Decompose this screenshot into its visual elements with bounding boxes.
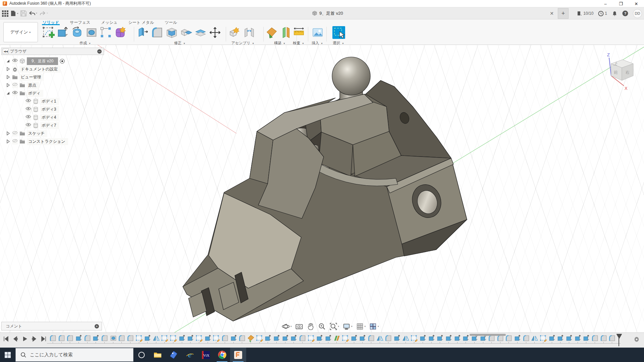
timeline-settings-gear-icon[interactable] — [633, 336, 640, 342]
timeline-feature-extrude[interactable] — [178, 335, 186, 342]
timeline-feature-sketch[interactable] — [540, 335, 547, 342]
viewtool-grid-settings[interactable]: ▾ — [356, 322, 366, 330]
undo-icon[interactable] — [29, 10, 37, 16]
activate-radio-icon[interactable] — [60, 59, 65, 64]
view-cube[interactable]: Z X 上 前 右 — [594, 47, 641, 94]
timeline-feature-extrude[interactable] — [445, 335, 452, 342]
eye-off-icon[interactable] — [12, 139, 18, 144]
timeline-go-start-button[interactable] — [3, 336, 9, 344]
document-tab[interactable]: 9、足首 v20 — [312, 7, 343, 19]
timeline-step-forward-button[interactable] — [31, 336, 38, 344]
file-menu-icon[interactable] — [10, 10, 18, 16]
comment-box[interactable]: コメント + — [1, 322, 102, 330]
timeline-feature-mirror[interactable] — [376, 335, 384, 342]
ribbon-tool-construction-axis[interactable] — [280, 26, 292, 39]
timeline-feature-extrude[interactable] — [566, 335, 573, 342]
timeline-playhead[interactable] — [616, 334, 622, 348]
timeline-feature-extrude[interactable] — [316, 335, 323, 342]
timeline-feature-extrude[interactable] — [359, 335, 366, 342]
tree-label[interactable]: ドキュメントの設定 — [19, 66, 60, 73]
ribbon-tool-insert-image[interactable] — [311, 26, 324, 39]
viewport-3d[interactable]: Z X 上 前 右 ◀◀ ブラウザ – 9、足首 v20ドキュメントの設定ビュー… — [0, 45, 644, 333]
help-icon[interactable]: ? — [622, 10, 628, 16]
timeline-feature-extrude[interactable] — [574, 335, 582, 342]
timeline-feature-extrude[interactable] — [144, 335, 151, 342]
timeline-feature-extrude[interactable] — [428, 335, 435, 342]
avatar[interactable]: DD — [633, 9, 642, 18]
viewtool-viewports[interactable]: ▾ — [369, 322, 379, 330]
viewtool-look-at[interactable] — [295, 322, 303, 330]
viewtool-display-settings[interactable]: ▾ — [342, 322, 353, 330]
timeline-feature-fillet[interactable] — [368, 335, 375, 342]
minimize-button[interactable]: – — [598, 0, 613, 7]
timeline-feature-extrude[interactable] — [462, 335, 470, 342]
clock-status[interactable]: 1 — [598, 11, 607, 16]
timeline-feature-sketch[interactable] — [342, 335, 349, 342]
taskbar-app-explorer[interactable] — [150, 348, 166, 362]
expander-closed-icon[interactable] — [6, 67, 10, 71]
ribbon-tool-split[interactable] — [194, 26, 207, 39]
timeline-feature-extrude[interactable] — [75, 335, 83, 342]
tree-label[interactable]: ボディ7 — [40, 122, 59, 129]
job-status[interactable]: 10/10 — [577, 11, 593, 16]
timeline-feature-fillet[interactable] — [221, 335, 229, 342]
timeline-feature-extrude[interactable] — [230, 335, 237, 342]
tree-label[interactable]: 原点 — [27, 82, 39, 89]
eye-off-icon[interactable] — [12, 82, 18, 88]
timeline-feature-fillet[interactable] — [101, 335, 108, 342]
timeline-feature-sketch[interactable] — [256, 335, 263, 342]
taskbar-app-chrome[interactable] — [214, 348, 230, 362]
eye-icon[interactable] — [12, 90, 18, 96]
eye-icon[interactable] — [12, 58, 18, 64]
ribbon-tool-fillet[interactable] — [151, 26, 164, 39]
tree-label[interactable]: ボディ4 — [40, 114, 59, 121]
tree-label[interactable]: 9、足首 v20 — [27, 57, 58, 65]
tree-row[interactable]: ボディ4 — [1, 113, 104, 121]
tree-row[interactable]: 原点 — [1, 81, 104, 89]
ribbon-tool-select[interactable] — [332, 26, 345, 39]
eye-icon[interactable] — [25, 107, 31, 112]
timeline-play-button[interactable] — [21, 336, 28, 344]
taskbar-app-tag-app[interactable] — [166, 348, 182, 362]
browser-minimize-icon[interactable]: – — [97, 49, 102, 54]
ribbon-tool-shell[interactable] — [165, 26, 178, 39]
timeline-feature-hole[interactable] — [110, 335, 117, 342]
tree-label[interactable]: ボディ1 — [40, 98, 59, 105]
ribbon-tool-hole[interactable] — [85, 26, 98, 39]
timeline-feature-extrude[interactable] — [351, 335, 358, 342]
ribbon-tool-revolve[interactable] — [71, 26, 84, 39]
tree-row[interactable]: ボディ3 — [1, 105, 104, 113]
ribbon-tool-form[interactable] — [114, 26, 127, 39]
timeline-feature-extrude[interactable] — [290, 335, 298, 342]
timeline-feature-extrude[interactable] — [264, 335, 272, 342]
timeline-feature-sketch[interactable] — [213, 335, 220, 342]
expander-open-icon[interactable] — [6, 59, 10, 63]
taskbar-app-ie[interactable]: e — [182, 348, 198, 362]
ribbon-tool-extrude[interactable] — [56, 26, 69, 39]
taskbar-app-vix[interactable]: ViX — [198, 348, 214, 362]
expander-open-icon[interactable] — [6, 91, 10, 95]
ribbon-tool-pattern[interactable] — [100, 26, 112, 39]
ribbon-tool-press-pull[interactable] — [137, 26, 149, 39]
maximize-button[interactable]: ❐ — [613, 0, 629, 7]
viewtool-zoom[interactable] — [318, 322, 326, 330]
tree-row[interactable]: ドキュメントの設定 — [1, 65, 104, 73]
timeline-feature-fillet[interactable] — [385, 335, 392, 342]
timeline-feature-extrude[interactable] — [325, 335, 332, 342]
timeline-feature-fillet[interactable] — [49, 335, 57, 342]
timeline-feature-fillet[interactable] — [608, 335, 616, 342]
timeline-feature-plane[interactable] — [247, 335, 255, 342]
timeline-feature-fillet[interactable] — [299, 335, 306, 342]
timeline-feature-fillet[interactable] — [118, 335, 125, 342]
timeline-feature-fillet[interactable] — [127, 335, 134, 342]
comment-add-icon[interactable]: + — [95, 324, 99, 328]
tree-label[interactable]: ビュー管理 — [19, 74, 44, 81]
timeline-feature-extrude[interactable] — [273, 335, 280, 342]
expander-closed-icon[interactable] — [6, 139, 10, 143]
eye-icon[interactable] — [25, 99, 31, 104]
ribbon-tool-combine[interactable] — [180, 26, 193, 39]
redo-icon[interactable] — [39, 10, 48, 16]
start-button[interactable] — [0, 348, 15, 362]
timeline-go-end-button[interactable] — [40, 336, 47, 344]
tree-row[interactable]: ボディ1 — [1, 97, 104, 105]
